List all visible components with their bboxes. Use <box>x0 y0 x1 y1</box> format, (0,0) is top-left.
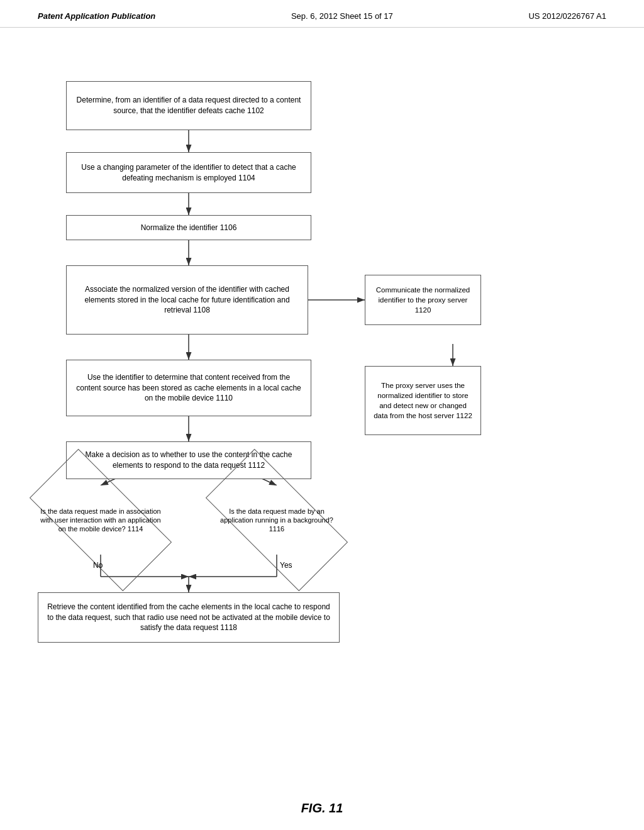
box-1104: Use a changing parameter of the identifi… <box>66 152 311 193</box>
box-1102: Determine, from an identifier of a data … <box>66 81 311 130</box>
header-left: Patent Application Publication <box>38 11 155 21</box>
diamond-1114: Is the data request made in association … <box>35 485 167 555</box>
figure-caption: FIG. 11 <box>0 801 644 828</box>
header-right: US 2012/0226767 A1 <box>528 11 606 21</box>
box-1108: Associate the normalized version of the … <box>66 265 308 335</box>
label-no: No <box>93 561 103 570</box>
header-center: Sep. 6, 2012 Sheet 15 of 17 <box>291 11 393 21</box>
diagram-area: Determine, from an identifier of a data … <box>0 28 644 788</box>
box-1120: Communicate the normalized identifier to… <box>365 275 481 325</box>
box-1122: The proxy server uses the normalized ide… <box>365 366 481 435</box>
box-1118: Retrieve the content identified from the… <box>38 592 340 643</box>
label-yes: Yes <box>280 561 292 570</box>
box-1106: Normalize the identifier 1106 <box>66 215 311 240</box>
box-1110: Use the identifier to determine that con… <box>66 360 311 416</box>
page-header: Patent Application Publication Sep. 6, 2… <box>0 0 644 28</box>
diamond-1116: Is the data request made by an applicati… <box>211 485 343 555</box>
